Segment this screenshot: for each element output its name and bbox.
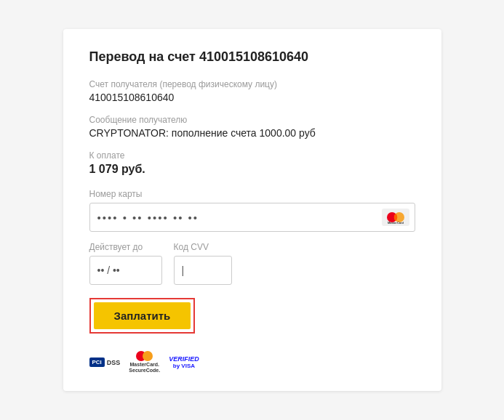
expiry-group: Действует до <box>89 242 162 285</box>
payment-card: Перевод на счет 410015108610640 Счет пол… <box>63 29 441 390</box>
message-label: Сообщение получателю <box>89 115 415 125</box>
dss-text: DSS <box>107 359 121 366</box>
page-title: Перевод на счет 410015108610640 <box>89 49 415 65</box>
verified-by-visa-badge: VERIFIED by VISA <box>169 355 199 369</box>
pci-dss-badge: PCI DSS <box>89 358 121 368</box>
mc-logo-small <box>136 351 153 361</box>
recipient-value: 410015108610640 <box>89 92 415 103</box>
security-badges: PCI DSS MasterCard.SecureCode. VERIFIED … <box>89 351 415 373</box>
message-value: CRYPTONATOR: пополнение счета 1000.00 ру… <box>89 127 415 139</box>
mastercard-securecode-badge: MasterCard.SecureCode. <box>129 351 160 373</box>
cvv-group: Код CVV <box>174 242 232 285</box>
card-number-input[interactable] <box>89 203 415 232</box>
pci-icon: PCI <box>89 358 105 368</box>
mastercard-icon: MasterCard <box>382 209 409 226</box>
by-visa-text: by VISA <box>173 363 195 369</box>
expiry-label: Действует до <box>89 242 162 252</box>
card-number-group: Номер карты MasterCard <box>89 189 415 232</box>
pay-button-wrapper: Заплатить <box>89 298 196 334</box>
card-number-label: Номер карты <box>89 189 415 199</box>
amount-label: К оплате <box>89 150 415 161</box>
cvv-label: Код CVV <box>174 242 232 252</box>
verified-text: VERIFIED <box>169 355 199 363</box>
expiry-input[interactable] <box>89 256 162 285</box>
cvv-input[interactable] <box>174 256 232 285</box>
expiry-cvv-row: Действует до Код CVV <box>89 242 415 285</box>
card-number-wrapper: MasterCard <box>89 203 415 232</box>
pay-button[interactable]: Заплатить <box>94 302 191 329</box>
recipient-label: Счет получателя (перевод физическому лиц… <box>89 79 415 89</box>
svg-text:MasterCard: MasterCard <box>387 221 404 225</box>
mc-orange-circle <box>143 351 153 361</box>
amount-value: 1 079 руб. <box>89 163 415 176</box>
mc-secure-text: MasterCard.SecureCode. <box>129 362 160 373</box>
